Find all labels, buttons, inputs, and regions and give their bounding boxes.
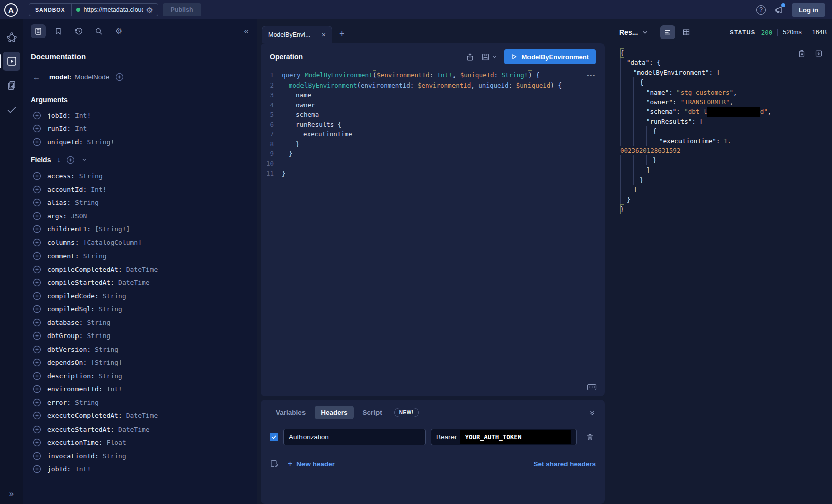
keyboard-shortcuts-icon[interactable] bbox=[587, 383, 597, 391]
field-type[interactable]: String bbox=[79, 172, 103, 180]
field-item[interactable]: runId:Int bbox=[31, 122, 249, 136]
add-field-icon[interactable] bbox=[33, 358, 41, 367]
new-header-button[interactable]: + New header bbox=[288, 459, 335, 468]
table-view-icon[interactable] bbox=[678, 25, 694, 39]
field-type[interactable]: String bbox=[99, 372, 122, 380]
add-model-icon[interactable] bbox=[115, 73, 124, 81]
field-type[interactable]: String bbox=[103, 452, 126, 460]
add-field-icon[interactable] bbox=[33, 465, 41, 473]
add-field-icon[interactable] bbox=[33, 138, 41, 146]
field-type[interactable]: String bbox=[103, 292, 126, 300]
field-type[interactable]: Int! bbox=[107, 385, 122, 393]
add-field-icon[interactable] bbox=[33, 238, 41, 247]
add-field-icon[interactable] bbox=[33, 111, 41, 120]
tab-headers[interactable]: Headers bbox=[315, 406, 353, 419]
json-view-icon[interactable] bbox=[660, 25, 675, 39]
endpoint-settings-icon[interactable]: ⚙ bbox=[146, 6, 153, 14]
field-type[interactable]: String bbox=[83, 252, 107, 260]
field-type[interactable]: String bbox=[87, 319, 110, 326]
set-shared-headers-link[interactable]: Set shared headers bbox=[533, 460, 596, 468]
field-item[interactable]: alias:String bbox=[31, 196, 249, 210]
field-item[interactable]: childrenL1:[String!] bbox=[31, 223, 249, 236]
collapse-panel-icon[interactable] bbox=[589, 409, 596, 416]
field-item[interactable]: executeStartedAt:DateTime bbox=[31, 423, 249, 436]
add-field-icon[interactable] bbox=[33, 124, 41, 133]
add-field-icon[interactable] bbox=[33, 318, 41, 327]
back-arrow-icon[interactable]: ← bbox=[33, 73, 40, 81]
rail-schema-icon[interactable] bbox=[0, 26, 23, 48]
documentation-tab-icon[interactable] bbox=[31, 24, 46, 38]
env-variables-icon[interactable] bbox=[270, 459, 279, 468]
rail-checklist-icon[interactable] bbox=[0, 99, 23, 121]
new-tab-icon[interactable]: + bbox=[339, 29, 345, 39]
field-type[interactable]: DateTime bbox=[126, 412, 158, 419]
field-item[interactable]: invocationId:String bbox=[31, 449, 249, 463]
field-type[interactable]: [CatalogColumn] bbox=[83, 239, 142, 246]
run-operation-button[interactable]: ModelByEnvironment bbox=[504, 49, 596, 64]
add-field-icon[interactable] bbox=[33, 398, 41, 407]
field-item[interactable]: executeCompletedAt:DateTime bbox=[31, 409, 249, 423]
field-item[interactable]: compileCompletedAt:DateTime bbox=[31, 263, 249, 276]
add-field-icon[interactable] bbox=[33, 265, 41, 274]
field-item[interactable]: compiledSql:String bbox=[31, 303, 249, 316]
field-item[interactable]: dbtVersion:String bbox=[31, 343, 249, 356]
field-type[interactable]: Float bbox=[107, 439, 126, 446]
field-item[interactable]: dbtGroup:String bbox=[31, 329, 249, 343]
add-field-icon[interactable] bbox=[33, 411, 41, 420]
add-field-icon[interactable] bbox=[33, 292, 41, 300]
tab-variables[interactable]: Variables bbox=[270, 406, 312, 419]
sort-fields-icon[interactable]: ↓ bbox=[57, 156, 60, 164]
rail-operations-icon[interactable] bbox=[0, 74, 23, 97]
add-field-icon[interactable] bbox=[33, 385, 41, 393]
add-field-icon[interactable] bbox=[33, 438, 41, 447]
query-editor[interactable]: 1query ModelByEnvironment($environmentId… bbox=[261, 68, 605, 396]
copy-response-icon[interactable] bbox=[798, 49, 806, 58]
add-field-icon[interactable] bbox=[33, 425, 41, 434]
field-item[interactable]: compileStartedAt:DateTime bbox=[31, 276, 249, 290]
model-breadcrumb-type[interactable]: ModelNode bbox=[74, 73, 109, 81]
field-item[interactable]: description:String bbox=[31, 369, 249, 383]
download-response-icon[interactable] bbox=[815, 49, 823, 58]
field-item[interactable]: dependsOn:[String] bbox=[31, 356, 249, 370]
login-button[interactable]: Log in bbox=[792, 3, 825, 17]
add-field-icon[interactable] bbox=[33, 452, 41, 460]
field-item[interactable]: comment:String bbox=[31, 249, 249, 263]
delete-header-icon[interactable] bbox=[586, 433, 594, 441]
header-key-input[interactable]: Authorization bbox=[283, 429, 426, 445]
history-icon[interactable] bbox=[71, 24, 86, 38]
field-item[interactable]: error:String bbox=[31, 396, 249, 409]
response-dropdown-icon[interactable] bbox=[642, 29, 648, 36]
rail-explorer-icon[interactable] bbox=[0, 50, 23, 72]
field-type[interactable]: DateTime bbox=[126, 266, 158, 273]
auth-token-value[interactable]: YOUR_AUTH_TOKEN bbox=[460, 430, 571, 444]
expand-rail-icon[interactable]: » bbox=[9, 489, 14, 499]
add-field-icon[interactable] bbox=[33, 305, 41, 313]
field-type[interactable]: Int bbox=[75, 125, 87, 132]
fields-chevron-icon[interactable] bbox=[81, 157, 87, 163]
field-type[interactable]: String bbox=[87, 332, 110, 340]
help-icon[interactable]: ? bbox=[756, 5, 766, 15]
collapse-sidebar-icon[interactable]: « bbox=[244, 26, 249, 36]
field-type[interactable]: JSON bbox=[71, 212, 87, 220]
search-icon[interactable] bbox=[91, 24, 106, 38]
field-type[interactable]: String bbox=[95, 346, 118, 353]
field-type[interactable]: Int! bbox=[75, 465, 91, 473]
field-type[interactable]: String! bbox=[87, 138, 114, 146]
field-type[interactable]: String bbox=[75, 199, 99, 206]
share-operation-icon[interactable] bbox=[466, 53, 474, 61]
add-field-icon[interactable] bbox=[33, 372, 41, 380]
bookmarks-icon[interactable] bbox=[51, 24, 66, 38]
field-type[interactable]: String bbox=[75, 399, 99, 406]
endpoint-url-box[interactable]: https://metadata.cloud.get ⚙ bbox=[72, 4, 158, 16]
settings-icon[interactable]: ⚙ bbox=[111, 24, 126, 38]
tab-script[interactable]: Script bbox=[357, 406, 388, 419]
announcements-icon[interactable] bbox=[774, 5, 784, 15]
editor-more-menu[interactable]: ••• bbox=[587, 72, 596, 78]
add-field-icon[interactable] bbox=[33, 251, 41, 260]
add-field-icon[interactable] bbox=[33, 198, 41, 207]
header-value-input[interactable]: Bearer YOUR_AUTH_TOKEN bbox=[431, 429, 577, 445]
field-item[interactable]: executionTime:Float bbox=[31, 436, 249, 450]
field-type[interactable]: [String!] bbox=[95, 225, 130, 233]
field-type[interactable]: [String] bbox=[91, 359, 122, 366]
response-body[interactable]: {"data": {"modelByEnvironment": [{"name"… bbox=[614, 48, 827, 504]
